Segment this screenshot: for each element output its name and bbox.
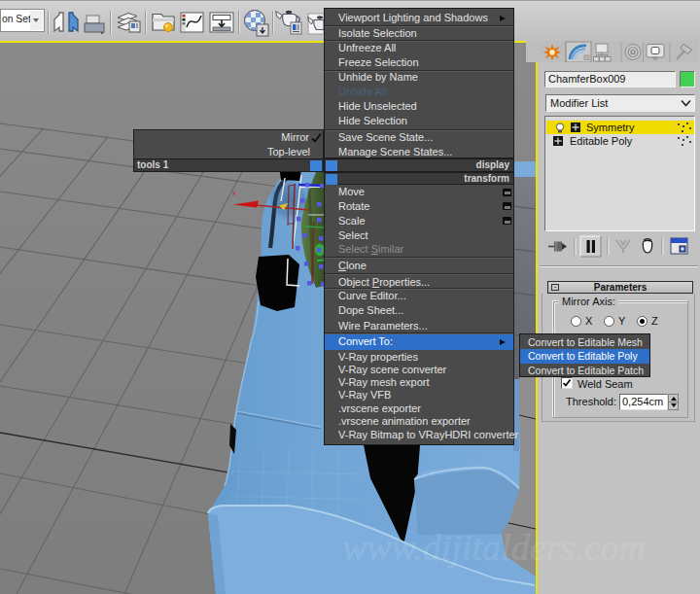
svg-text:x: x — [232, 189, 236, 197]
